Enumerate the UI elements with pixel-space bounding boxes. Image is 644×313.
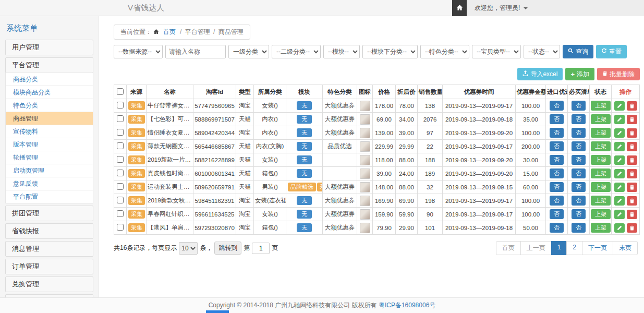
import-select-toggle[interactable]: 否 <box>550 223 564 233</box>
edit-button[interactable] <box>614 169 625 178</box>
delete-button[interactable] <box>627 169 637 178</box>
status-button[interactable]: 上架 <box>591 196 611 206</box>
sidebar-item[interactable]: 平台管理 <box>5 57 93 73</box>
per-page-select[interactable]: 10 <box>179 242 198 255</box>
row-checkbox[interactable] <box>117 102 124 109</box>
filter-select[interactable]: --数据来源-- <box>114 45 163 58</box>
edit-button[interactable] <box>614 183 625 192</box>
breadcrumb-home-link[interactable]: 首页 <box>163 28 176 35</box>
status-button[interactable]: 上架 <box>591 114 611 124</box>
delete-button[interactable] <box>627 155 637 165</box>
edit-button[interactable] <box>614 155 625 165</box>
status-button[interactable]: 上架 <box>591 168 611 178</box>
row-checkbox[interactable] <box>117 224 124 231</box>
filter-select[interactable]: --宝贝类型-- <box>472 45 521 58</box>
select-all-checkbox[interactable] <box>117 88 124 95</box>
delete-button[interactable] <box>627 115 637 124</box>
import-select-toggle[interactable]: 否 <box>550 114 564 124</box>
must-buy-toggle[interactable]: 否 <box>572 114 586 124</box>
page-button[interactable]: 2 <box>566 241 582 255</box>
edit-button[interactable] <box>614 128 625 138</box>
must-buy-toggle[interactable]: 否 <box>572 182 586 192</box>
batch-delete-button[interactable]: 批量删除 <box>597 68 640 80</box>
sidebar-item[interactable]: 意见反馈 <box>5 177 93 190</box>
edit-button[interactable] <box>614 115 625 124</box>
sidebar-item[interactable]: 拼团管理 <box>5 206 93 221</box>
import-select-toggle[interactable]: 否 <box>550 196 564 206</box>
row-checkbox[interactable] <box>117 142 124 149</box>
delete-button[interactable] <box>627 142 637 151</box>
import-excel-button[interactable]: 导入excel <box>517 68 563 80</box>
add-button[interactable]: + 添加 <box>565 68 594 80</box>
sidebar-item[interactable]: 省钱快报 <box>5 223 93 239</box>
reset-button[interactable]: 重置 <box>596 45 627 58</box>
sidebar-item[interactable]: 轮播管理 <box>5 151 93 164</box>
row-checkbox[interactable] <box>117 183 124 190</box>
jump-button[interactable]: 跳转到 <box>214 242 241 255</box>
row-checkbox[interactable] <box>117 197 124 203</box>
delete-button[interactable] <box>627 210 637 219</box>
must-buy-toggle[interactable]: 否 <box>572 209 586 219</box>
edit-button[interactable] <box>614 142 625 151</box>
page-button[interactable]: 末页 <box>613 241 638 255</box>
filter-select[interactable]: --特色分类-- <box>420 45 469 58</box>
must-buy-toggle[interactable]: 否 <box>572 223 586 233</box>
status-button[interactable]: 上架 <box>591 209 611 219</box>
edit-button[interactable] <box>614 101 625 111</box>
must-buy-toggle[interactable]: 否 <box>572 196 586 206</box>
filter-select[interactable]: --模块下分类-- <box>362 45 418 58</box>
row-checkbox[interactable] <box>117 115 124 122</box>
status-button[interactable]: 上架 <box>591 182 611 192</box>
status-button[interactable]: 上架 <box>591 128 611 138</box>
must-buy-toggle[interactable]: 否 <box>572 141 586 151</box>
sidebar-item[interactable]: 版本管理 <box>5 138 93 151</box>
import-select-toggle[interactable]: 否 <box>550 209 564 219</box>
page-button[interactable]: 下一页 <box>582 241 613 255</box>
page-button[interactable]: 1 <box>551 241 567 255</box>
status-button[interactable]: 上架 <box>591 101 611 111</box>
status-button[interactable]: 上架 <box>591 223 611 233</box>
page-button[interactable]: 首页 <box>496 241 521 255</box>
edit-button[interactable] <box>614 210 625 219</box>
sidebar-item[interactable]: 启动页管理 <box>5 164 93 177</box>
sidebar-item[interactable]: 商品管理 <box>5 112 93 125</box>
import-select-toggle[interactable]: 否 <box>550 168 564 178</box>
row-checkbox[interactable] <box>117 129 124 136</box>
filter-select[interactable]: --二级分类-- <box>272 45 321 58</box>
must-buy-toggle[interactable]: 否 <box>572 168 586 178</box>
edit-button[interactable] <box>614 223 625 233</box>
status-button[interactable]: 上架 <box>591 155 611 165</box>
user-menu[interactable]: 欢迎您，管理员! <box>467 0 644 16</box>
icp-link[interactable]: 粤ICP备16098006号 <box>379 302 435 309</box>
sidebar-item[interactable]: 模块商品分类 <box>5 86 93 99</box>
sidebar-item[interactable]: 特色分类 <box>5 99 93 112</box>
import-select-toggle[interactable]: 否 <box>550 101 564 111</box>
import-select-toggle[interactable]: 否 <box>550 141 564 151</box>
import-select-toggle[interactable]: 否 <box>550 155 564 165</box>
edit-button[interactable] <box>614 196 625 206</box>
name-search-input[interactable] <box>165 45 226 58</box>
delete-button[interactable] <box>627 223 637 233</box>
sidebar-item[interactable]: 宣传物料 <box>5 125 93 138</box>
row-checkbox[interactable] <box>117 170 124 176</box>
import-select-toggle[interactable]: 否 <box>550 182 564 192</box>
sidebar-item[interactable]: 用户管理 <box>5 40 93 55</box>
sidebar-item[interactable]: 商品分类 <box>5 73 93 86</box>
delete-button[interactable] <box>627 183 637 192</box>
import-select-toggle[interactable]: 否 <box>550 128 564 138</box>
filter-select[interactable]: --状态-- <box>524 45 560 58</box>
sidebar-item[interactable]: 订单管理 <box>5 259 93 274</box>
must-buy-toggle[interactable]: 否 <box>572 101 586 111</box>
sidebar-item[interactable]: 平台配置 <box>5 190 93 203</box>
sidebar-item[interactable]: 兑换管理 <box>5 276 93 292</box>
row-checkbox[interactable] <box>117 210 124 217</box>
jump-page-input[interactable] <box>252 243 270 254</box>
must-buy-toggle[interactable]: 否 <box>572 128 586 138</box>
row-checkbox[interactable] <box>117 156 124 163</box>
page-button[interactable]: 上一页 <box>520 241 552 255</box>
delete-button[interactable] <box>627 128 637 138</box>
status-button[interactable]: 上架 <box>591 141 611 151</box>
sidebar-item[interactable]: 消息管理 <box>5 241 93 257</box>
delete-button[interactable] <box>627 101 637 111</box>
home-button[interactable] <box>452 0 467 16</box>
